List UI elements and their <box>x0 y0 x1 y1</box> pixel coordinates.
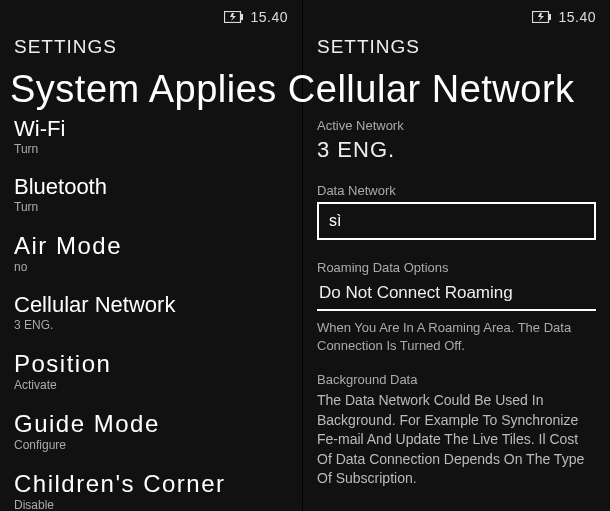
item-title: Air Mode <box>14 234 288 258</box>
item-sub: Turn <box>14 200 288 214</box>
battery-icon <box>224 11 244 23</box>
item-title: Wi-Fi <box>14 118 288 140</box>
item-title: Bluetooth <box>14 176 288 198</box>
battery-icon <box>532 11 552 23</box>
item-title: Position <box>14 352 288 376</box>
background-data-label: Background Data <box>317 372 596 387</box>
data-network-select[interactable]: sì <box>317 202 596 240</box>
item-position[interactable]: Position Activate <box>14 352 288 392</box>
background-data-text: The Data Network Could Be Used In Backgr… <box>317 391 596 489</box>
roaming-options-label: Roaming Data Options <box>317 260 596 275</box>
item-sub: no <box>14 260 288 274</box>
item-sub: 3 ENG. <box>14 318 288 332</box>
svg-rect-3 <box>549 14 551 20</box>
svg-rect-1 <box>241 14 243 20</box>
active-network-label: Active Network <box>317 118 596 133</box>
settings-list: Wi-Fi Turn Bluetooth Turn Air Mode no Ce… <box>14 118 288 511</box>
item-sub: Disable <box>14 498 288 511</box>
item-cellular-network[interactable]: Cellular Network 3 ENG. <box>14 294 288 332</box>
item-title: Guide Mode <box>14 412 288 436</box>
status-bar-left: 15.40 <box>14 0 288 30</box>
item-wifi[interactable]: Wi-Fi Turn <box>14 118 288 156</box>
item-title: Children's Corner <box>14 472 288 496</box>
roaming-options-select[interactable]: Do Not Connect Roaming <box>317 279 596 311</box>
overlay-heading: System Applies Cellular Network <box>10 68 600 111</box>
page-title-left: SETTINGS <box>14 36 288 58</box>
clock-right: 15.40 <box>558 9 596 25</box>
roaming-helper-text: When You Are In A Roaming Area. The Data… <box>317 319 596 354</box>
item-childrens-corner[interactable]: Children's Corner Disable <box>14 472 288 511</box>
item-sub: Activate <box>14 378 288 392</box>
data-network-label: Data Network <box>317 183 596 198</box>
page-title-right: SETTINGS <box>317 36 596 58</box>
item-air-mode[interactable]: Air Mode no <box>14 234 288 274</box>
item-sub: Configure <box>14 438 288 452</box>
item-sub: Turn <box>14 142 288 156</box>
clock-left: 15.40 <box>250 9 288 25</box>
item-title: Cellular Network <box>14 294 288 316</box>
active-network-value: 3 ENG. <box>317 137 596 163</box>
item-guide-mode[interactable]: Guide Mode Configure <box>14 412 288 452</box>
item-bluetooth[interactable]: Bluetooth Turn <box>14 176 288 214</box>
status-bar-right: 15.40 <box>317 0 596 30</box>
